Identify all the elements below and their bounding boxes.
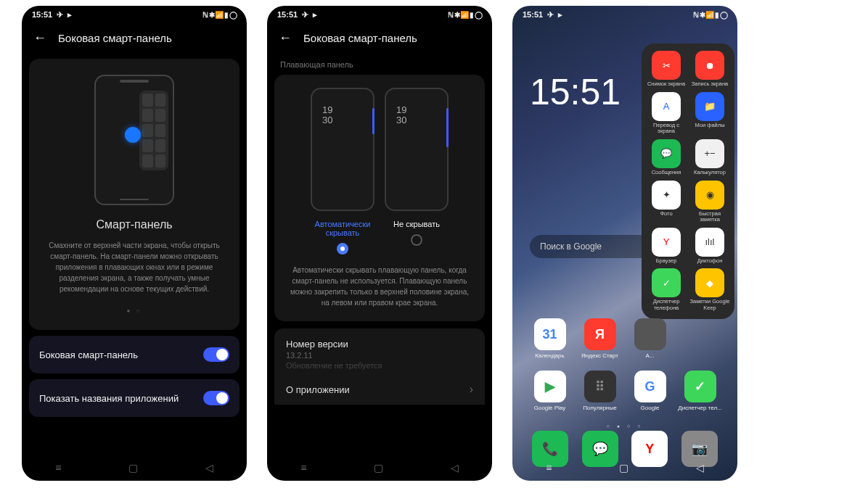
nav-bar: ≡ ▢ ◁ — [22, 455, 247, 481]
switch-on-icon[interactable] — [203, 347, 229, 362]
app-icon: ✓ — [652, 268, 681, 297]
toggle-smart-sidebar[interactable]: Боковая смарт-панель — [29, 336, 239, 373]
app-icon: ılıl — [695, 228, 724, 257]
nav-recent-icon[interactable]: ≡ — [546, 462, 552, 473]
app-icon: 31 — [534, 318, 566, 350]
page-indicator[interactable]: ○ ● ○ ○ — [607, 423, 644, 429]
home-app[interactable] — [676, 318, 724, 359]
smart-sidebar-panel[interactable]: ✂Снимок экрана⏺Запись экранаAПеревод с э… — [642, 44, 734, 319]
mock-auto-hide: 19 30 — [311, 88, 374, 211]
home-app[interactable]: 31Календарь — [525, 318, 574, 359]
youtube-icon: ▸ — [313, 10, 317, 20]
app-icon: ⏺ — [695, 51, 724, 80]
header-title: Боковая смарт-панель — [58, 32, 172, 44]
home-app[interactable]: ▶Google Play — [525, 371, 574, 411]
app-label: Фото — [646, 211, 687, 218]
nav-home-icon[interactable]: ▢ — [128, 462, 138, 473]
status-bar: 15:51✈▸ ℕ ✱ 📶 ▮ ◯ — [22, 6, 247, 23]
nav-home-icon[interactable]: ▢ — [619, 462, 629, 473]
app-icon: ◆ — [695, 268, 724, 297]
mock-time: 19 30 — [322, 105, 332, 126]
app-icon: Я — [584, 318, 616, 350]
app-icon — [634, 318, 666, 350]
app-icon: ⠿ — [584, 371, 616, 402]
app-label: Быстрая заметка — [689, 211, 730, 223]
panel-app[interactable]: ◆Заметки Google Keep — [689, 268, 730, 311]
back-icon[interactable]: ← — [33, 30, 46, 46]
mock-always-show: 19 30 — [385, 88, 449, 211]
app-icon: 💬 — [652, 139, 681, 168]
pager-dots[interactable]: ● ○ — [41, 307, 228, 314]
home-app[interactable]: ⠿Популярные — [576, 371, 624, 411]
panel-app[interactable]: ✓Диспетчер телефона — [646, 268, 687, 311]
status-time: 15:51 — [523, 10, 543, 19]
status-icons: ℕ ✱ 📶 ▮ ◯ — [693, 11, 727, 19]
nav-bar: ≡ ▢ ◁ — [512, 455, 737, 481]
row-title: Номер версии — [286, 339, 473, 350]
chevron-right-icon: › — [470, 383, 473, 396]
app-label: Диктофон — [689, 258, 730, 265]
google-search-bar[interactable]: Поиск в Google — [530, 235, 653, 258]
option-auto-hide[interactable]: Автоматически скрывать — [311, 220, 374, 255]
panel-app[interactable]: AПеревод с экрана — [646, 92, 687, 135]
status-time: 15:51 — [32, 10, 52, 19]
app-label: Популярные — [576, 405, 624, 411]
app-icon: ✦ — [652, 181, 681, 210]
app-icon: A — [652, 92, 681, 121]
youtube-icon: ▸ — [558, 10, 562, 20]
app-label: Мои файлы — [689, 123, 730, 129]
app-label: Калькулятор — [689, 170, 730, 176]
panel-app[interactable]: ◉Быстрая заметка — [689, 181, 730, 223]
nav-back-icon[interactable]: ◁ — [205, 462, 213, 473]
app-label: Яндекс Старт — [576, 352, 624, 359]
app-icon: ✓ — [684, 371, 716, 402]
home-app[interactable]: GGoogle — [626, 371, 674, 411]
app-header: ← Боковая смарт-панель — [22, 23, 247, 53]
app-icon: ✂ — [652, 51, 681, 80]
version-status: Обновление не требуется — [286, 361, 473, 370]
home-app[interactable]: ЯЯндекс Старт — [576, 318, 624, 359]
app-label: Сообщения — [646, 170, 687, 176]
panel-app[interactable]: YБраузер — [646, 228, 687, 265]
home-app-row: 31КалендарьЯЯндекс СтартА... — [512, 318, 737, 359]
version-number: 13.2.11 — [286, 351, 313, 360]
panel-app[interactable]: 📁Мои файлы — [689, 92, 730, 135]
about-row[interactable]: О приложении › — [274, 374, 485, 405]
app-icon: 📁 — [695, 92, 724, 121]
switch-on-icon[interactable] — [203, 391, 229, 405]
nav-bar: ≡ ▢ ◁ — [267, 455, 492, 481]
app-header: ← Боковая смарт-панель — [267, 23, 492, 53]
nav-back-icon[interactable]: ◁ — [696, 462, 704, 473]
gesture-dot-icon — [125, 127, 141, 143]
back-icon[interactable]: ← — [279, 30, 292, 46]
panel-app[interactable]: 💬Сообщения — [646, 139, 687, 176]
option-label: Автоматически скрывать — [315, 220, 371, 237]
panel-app[interactable]: ılılДиктофон — [689, 228, 730, 265]
app-label: Снимок экрана — [646, 81, 687, 88]
home-app[interactable]: А... — [626, 318, 674, 359]
app-label: Заметки Google Keep — [689, 299, 730, 311]
home-app[interactable]: ✓Диспетчер тел... — [676, 371, 724, 411]
app-icon: G — [634, 371, 666, 402]
radio-unselected-icon — [411, 234, 422, 246]
status-icons: ℕ ✱ 📶 ▮ ◯ — [448, 11, 482, 19]
nav-recent-icon[interactable]: ≡ — [300, 462, 306, 473]
panel-app[interactable]: ✦Фото — [646, 181, 687, 223]
toggle-label: Показать названия приложений — [39, 393, 179, 404]
version-row[interactable]: Номер версии 13.2.11 Обновление не требу… — [274, 328, 485, 374]
app-icon: +− — [695, 139, 724, 168]
telegram-icon: ✈ — [302, 10, 308, 20]
status-bar: 15:51✈▸ ℕ ✱ 📶 ▮ ◯ — [267, 6, 492, 23]
status-time: 15:51 — [277, 10, 298, 19]
clock-widget[interactable]: 15:51 — [530, 71, 621, 113]
nav-home-icon[interactable]: ▢ — [374, 462, 383, 473]
panel-app[interactable]: ✂Снимок экрана — [646, 51, 687, 88]
toggle-show-app-names[interactable]: Показать названия приложений — [29, 379, 239, 417]
intro-card[interactable]: Смарт-панель Смахните от верхней части э… — [29, 59, 239, 330]
app-icon: Y — [652, 228, 681, 257]
nav-recent-icon[interactable]: ≡ — [55, 462, 61, 473]
option-dont-hide[interactable]: Не скрывать — [385, 220, 449, 255]
panel-app[interactable]: ⏺Запись экрана — [689, 51, 730, 88]
nav-back-icon[interactable]: ◁ — [451, 462, 459, 473]
panel-app[interactable]: +−Калькулятор — [689, 139, 730, 176]
